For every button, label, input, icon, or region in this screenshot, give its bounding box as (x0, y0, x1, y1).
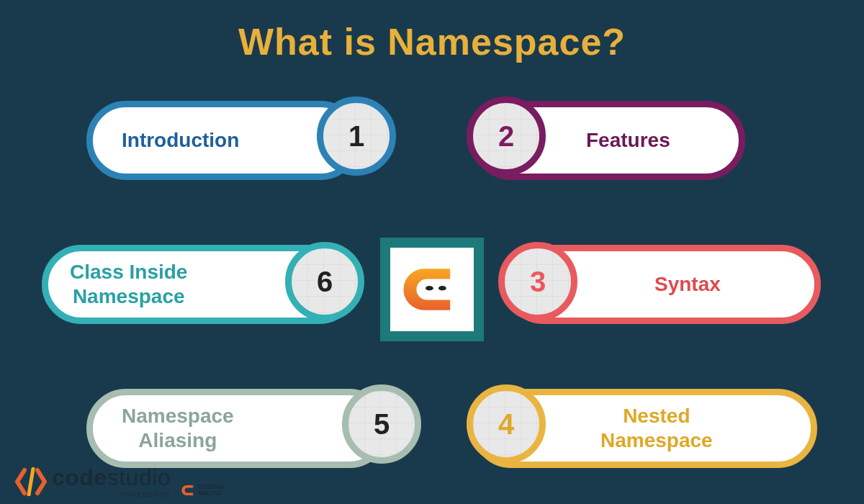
codestudio-logo: codestudio POWERED BY (14, 464, 171, 498)
svg-point-0 (426, 286, 433, 290)
brand-studio: studio (107, 464, 171, 490)
num-circle-5: 5 (342, 384, 421, 464)
namespace-diagram: Introduction 1 Features 2 Syntax 3 Neste… (0, 79, 864, 454)
num-circle-6: 6 (285, 242, 364, 321)
pill-label: Syntax (654, 272, 721, 297)
pill-label: NestedNamespace (600, 404, 713, 452)
codestudio-mark-icon (14, 467, 48, 496)
center-logo (390, 248, 474, 331)
pill-label: Class InsideNamespace (70, 260, 187, 308)
footer: codestudio POWERED BY CODING NINJAS (14, 464, 224, 498)
coding-ninjas-logo: CODING NINJAS (181, 482, 224, 498)
codestudio-name: codestudio (52, 464, 171, 490)
ninja-c-small-icon (181, 482, 197, 498)
svg-point-1 (438, 286, 446, 290)
pill-label: Introduction (122, 128, 239, 153)
brand-code: code (52, 464, 107, 490)
page-title: What is Namespace? (0, 0, 864, 63)
cn-text-2: NINJAS (198, 490, 224, 497)
num-circle-4: 4 (467, 384, 546, 464)
center-logo-frame (380, 238, 484, 341)
pill-label: NamespaceAliasing (122, 404, 234, 452)
num-circle-3: 3 (498, 242, 577, 321)
pill-label: Features (586, 128, 670, 153)
powered-by-label: POWERED BY (52, 491, 171, 498)
num-circle-2: 2 (467, 96, 546, 176)
ninja-c-icon (400, 257, 464, 322)
num-circle-1: 1 (317, 96, 396, 176)
